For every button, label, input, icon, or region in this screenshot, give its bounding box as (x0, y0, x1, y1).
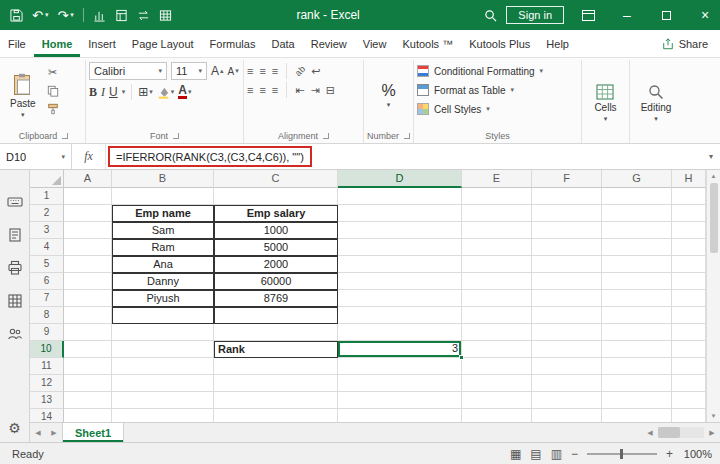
cell-H11[interactable] (672, 358, 706, 375)
cell-B7[interactable]: Piyush (112, 290, 214, 307)
cell-D7[interactable] (338, 290, 462, 307)
hscroll-left-icon[interactable]: ◀ (642, 423, 658, 442)
conditional-formatting-button[interactable]: Conditional Formatting▾ (417, 62, 578, 80)
cell-F11[interactable] (532, 358, 602, 375)
copy-button[interactable] (44, 83, 62, 98)
font-size-select[interactable]: 11 ▾ (171, 62, 207, 80)
cell-B12[interactable] (112, 375, 214, 392)
keyboard-icon[interactable] (7, 194, 23, 210)
cell-E2[interactable] (462, 205, 532, 222)
cells-button[interactable]: Cells ▾ (589, 62, 621, 143)
number-format-button[interactable]: % ▾ (376, 62, 400, 129)
tab-kutools[interactable]: Kutools ™ (394, 30, 461, 57)
cell-B3[interactable]: Sam (112, 222, 214, 239)
cell-A10[interactable] (64, 341, 112, 358)
italic-button[interactable]: I (101, 85, 105, 100)
cell-C11[interactable] (214, 358, 338, 375)
clipboard-dialog-launcher[interactable] (62, 133, 68, 139)
bold-button[interactable]: B (89, 85, 97, 100)
zoom-slider-thumb[interactable] (620, 449, 623, 459)
column-header-H[interactable]: H (672, 170, 706, 188)
cell-D12[interactable] (338, 375, 462, 392)
cell-D5[interactable] (338, 256, 462, 273)
column-header-E[interactable]: E (462, 170, 532, 188)
bar-chart-icon[interactable] (93, 9, 106, 22)
cell-D13[interactable] (338, 392, 462, 409)
row-header-7[interactable]: 7 (30, 290, 64, 307)
cell-A5[interactable] (64, 256, 112, 273)
cell-D8[interactable] (338, 307, 462, 324)
vertical-scrollbar-thumb[interactable] (710, 183, 718, 253)
worksheet-icon[interactable] (115, 9, 128, 22)
cell-H13[interactable] (672, 392, 706, 409)
cell-F14[interactable] (532, 409, 602, 422)
wrap-text-icon[interactable]: ↩ (311, 65, 320, 78)
row-header-9[interactable]: 9 (30, 324, 64, 341)
row-header-4[interactable]: 4 (30, 239, 64, 256)
cell-E14[interactable] (462, 409, 532, 422)
cell-D9[interactable] (338, 324, 462, 341)
format-as-table-button[interactable]: Format as Table▾ (417, 81, 578, 99)
cell-F13[interactable] (532, 392, 602, 409)
align-center-icon[interactable]: ≡ (259, 84, 265, 96)
row-header-14[interactable]: 14 (30, 409, 64, 422)
column-header-F[interactable]: F (532, 170, 602, 188)
row-header-5[interactable]: 5 (30, 256, 64, 273)
cell-C14[interactable] (214, 409, 338, 422)
align-top-icon[interactable]: ≡ (247, 65, 253, 77)
cell-G2[interactable] (602, 205, 672, 222)
font-color-button[interactable]: A▾ (178, 85, 191, 99)
scroll-up-icon[interactable]: ▲ (711, 173, 717, 179)
zoom-out-button[interactable]: − (571, 447, 578, 461)
cell-C3[interactable]: 1000 (214, 222, 338, 239)
column-header-C[interactable]: C (214, 170, 338, 188)
tab-insert[interactable]: Insert (80, 30, 124, 57)
cell-G4[interactable] (602, 239, 672, 256)
tab-data[interactable]: Data (263, 30, 302, 57)
cell-A3[interactable] (64, 222, 112, 239)
cut-button[interactable]: ✂ (44, 65, 62, 80)
sheet-nav-right-icon[interactable]: ▶ (46, 423, 62, 442)
cell-C9[interactable] (214, 324, 338, 341)
cell-B10[interactable] (112, 341, 214, 358)
cell-G11[interactable] (602, 358, 672, 375)
cell-E3[interactable] (462, 222, 532, 239)
cell-F8[interactable] (532, 307, 602, 324)
align-middle-icon[interactable]: ≡ (259, 65, 265, 77)
row-header-12[interactable]: 12 (30, 375, 64, 392)
cell-G12[interactable] (602, 375, 672, 392)
cell-D4[interactable] (338, 239, 462, 256)
cell-H5[interactable] (672, 256, 706, 273)
cell-B4[interactable]: Ram (112, 239, 214, 256)
vertical-scrollbar[interactable]: ▲ ▼ (706, 170, 720, 422)
scroll-down-icon[interactable]: ▼ (711, 413, 717, 419)
cell-C4[interactable]: 5000 (214, 239, 338, 256)
column-header-D[interactable]: D (338, 170, 462, 188)
swap-arrows-icon[interactable] (137, 9, 150, 22)
horizontal-scrollbar[interactable] (658, 427, 704, 438)
cell-A7[interactable] (64, 290, 112, 307)
cell-E9[interactable] (462, 324, 532, 341)
cell-F2[interactable] (532, 205, 602, 222)
redo-icon[interactable]: ↷ (57, 9, 68, 22)
number-dialog-launcher[interactable] (404, 133, 410, 139)
cell-D10[interactable]: 3 (338, 341, 462, 358)
cell-F4[interactable] (532, 239, 602, 256)
settings-gear-icon[interactable]: ⚙ (8, 420, 21, 436)
hscroll-right-icon[interactable]: ▶ (704, 423, 720, 442)
cell-D1[interactable] (338, 188, 462, 205)
normal-view-icon[interactable]: ▦ (510, 447, 521, 461)
tab-view[interactable]: View (355, 30, 395, 57)
cell-C6[interactable]: 60000 (214, 273, 338, 290)
column-header-A[interactable]: A (64, 170, 112, 188)
grid-icon[interactable] (7, 293, 23, 309)
cell-F7[interactable] (532, 290, 602, 307)
cell-C7[interactable]: 8769 (214, 290, 338, 307)
notes-icon[interactable] (7, 227, 23, 243)
cell-D11[interactable] (338, 358, 462, 375)
increase-indent-icon[interactable]: ⇥ (310, 84, 319, 97)
cell-F9[interactable] (532, 324, 602, 341)
increase-font-size-button[interactable]: A▴ (211, 64, 224, 78)
cell-E10[interactable] (462, 341, 532, 358)
cell-E12[interactable] (462, 375, 532, 392)
